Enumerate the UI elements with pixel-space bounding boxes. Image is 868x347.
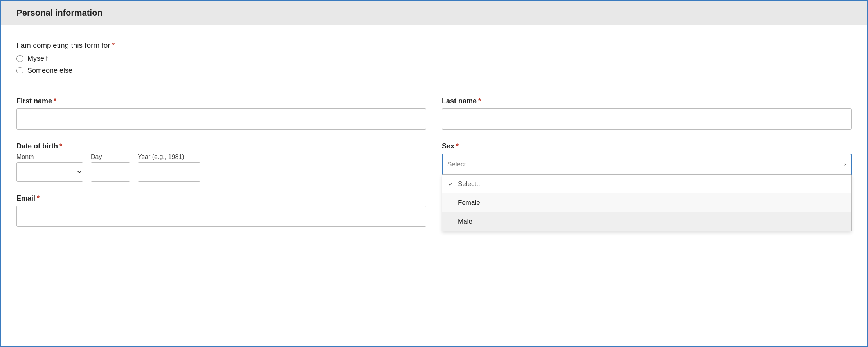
dob-year-input[interactable]	[138, 162, 200, 182]
dob-month-select[interactable]: January February March April May June Ju…	[16, 162, 83, 182]
sex-select-trigger[interactable]: Select...	[442, 154, 852, 175]
sex-label: Sex*	[442, 142, 852, 150]
dob-month-field: Month January February March April May J…	[16, 154, 83, 182]
sex-dropdown-menu: ✓ Select... Female Male	[442, 175, 852, 231]
radio-someone-else-input[interactable]	[16, 67, 23, 74]
form-for-required: *	[112, 41, 115, 49]
sex-option-female-label: Female	[458, 199, 480, 207]
sex-option-male[interactable]: Male	[442, 212, 851, 231]
sex-required: *	[456, 142, 459, 150]
dob-year-field: Year (e.g., 1981)	[138, 154, 200, 182]
sex-field: Sex* Select... › ✓ Select...	[442, 142, 852, 182]
radio-someone-else-label: Someone else	[27, 67, 72, 75]
sex-option-select[interactable]: ✓ Select...	[442, 175, 851, 193]
last-name-input[interactable]	[442, 108, 852, 130]
form-for-label: I am completing this form for*	[16, 41, 852, 50]
dob-day-label: Day	[91, 154, 130, 161]
last-name-label: Last name*	[442, 97, 852, 105]
radio-someone-else[interactable]: Someone else	[16, 67, 852, 75]
section-divider	[16, 86, 852, 86]
dob-required: *	[59, 142, 62, 150]
radio-myself-label: Myself	[27, 54, 48, 63]
page-wrapper: Personal information I am completing thi…	[0, 0, 868, 347]
radio-myself[interactable]: Myself	[16, 54, 852, 63]
email-input[interactable]	[16, 206, 426, 227]
email-label: Email*	[16, 194, 426, 202]
last-name-required: *	[478, 97, 481, 105]
last-name-field: Last name*	[442, 97, 852, 130]
dob-year-label: Year (e.g., 1981)	[138, 154, 200, 161]
dob-day-input[interactable]	[91, 162, 130, 182]
name-row: First name* Last name*	[16, 97, 852, 130]
form-for-question: I am completing this form for* Myself So…	[16, 41, 852, 75]
dob-sex-row: Date of birth* Month January February Ma…	[16, 142, 852, 182]
email-field: Email*	[16, 194, 426, 227]
sex-option-select-label: Select...	[458, 180, 482, 188]
dob-fields-row: Month January February March April May J…	[16, 154, 426, 182]
dob-field: Date of birth* Month January February Ma…	[16, 142, 426, 182]
dob-month-label: Month	[16, 154, 83, 161]
sex-select-wrapper: Select... › ✓ Select... Female	[442, 154, 852, 175]
first-name-field: First name*	[16, 97, 426, 130]
form-body: I am completing this form for* Myself So…	[1, 25, 867, 255]
dob-label: Date of birth*	[16, 142, 426, 150]
sex-option-male-label: Male	[458, 218, 472, 226]
section-header: Personal information	[1, 1, 867, 25]
first-name-required: *	[54, 97, 56, 105]
form-for-radio-group: Myself Someone else	[16, 54, 852, 75]
checkmark-icon: ✓	[448, 181, 455, 187]
first-name-input[interactable]	[16, 108, 426, 130]
radio-myself-input[interactable]	[16, 55, 23, 62]
first-name-label: First name*	[16, 97, 426, 105]
sex-select-value: Select...	[447, 161, 471, 168]
sex-option-female[interactable]: Female	[442, 193, 851, 212]
dob-day-field: Day	[91, 154, 130, 182]
section-title: Personal information	[16, 8, 103, 18]
email-required: *	[37, 194, 40, 202]
